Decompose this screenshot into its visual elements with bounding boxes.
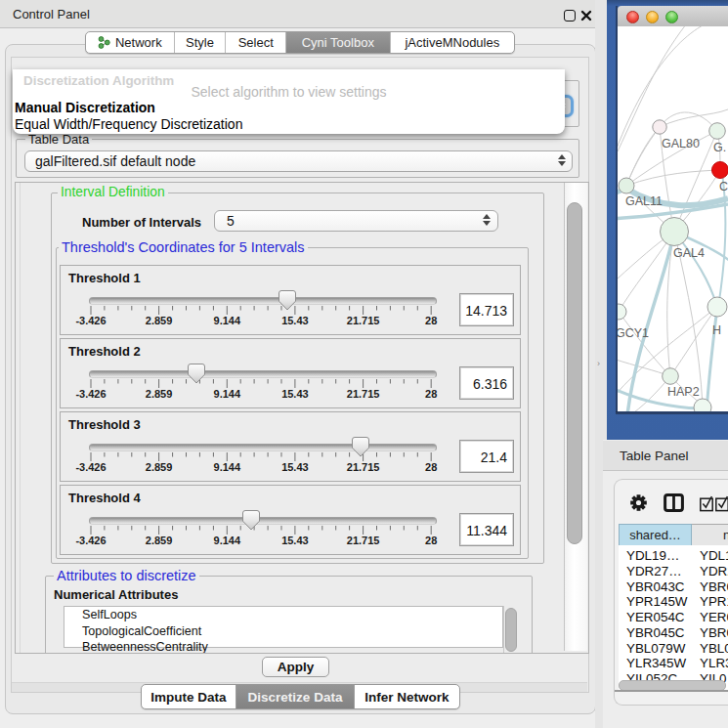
svg-text:H: H (712, 323, 721, 337)
svg-text:C: C (719, 180, 728, 193)
svg-text:GCY1: GCY1 (618, 326, 649, 340)
svg-text:GAL80: GAL80 (662, 137, 700, 150)
svg-text:GAL11: GAL11 (625, 194, 663, 208)
svg-text:HAP2: HAP2 (667, 385, 700, 399)
svg-text:G.: G. (713, 141, 726, 154)
svg-text:GAL4: GAL4 (673, 246, 705, 260)
